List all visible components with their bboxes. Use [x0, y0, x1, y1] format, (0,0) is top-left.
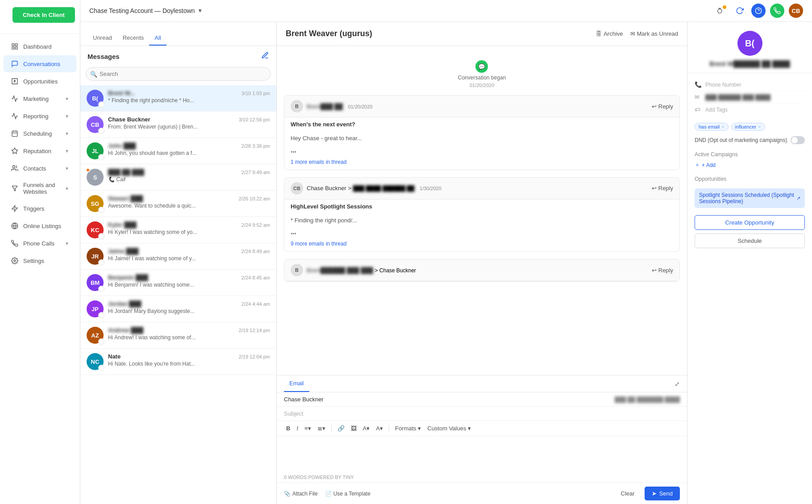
toolbar-ol[interactable]: ≣▾	[315, 424, 328, 433]
list-item[interactable]: JL ✉ John ███ 2/28 3:36 pm Hi John, you …	[80, 138, 276, 164]
account-dropdown-icon[interactable]: ▼	[197, 8, 203, 14]
list-item[interactable]: JP ✉ Jordan ███ 2/24 4:44 am Hi Jordan! …	[80, 296, 276, 322]
sidebar-item-scheduling[interactable]: Scheduling ▼	[4, 125, 76, 142]
add-campaign-button[interactable]: ＋ + Add	[695, 161, 805, 169]
toolbar-formats[interactable]: Formats ▾	[393, 424, 423, 433]
attach-file-button[interactable]: 📎 Attach File	[284, 491, 318, 497]
message-sender: Brent██████ ███ ███	[307, 267, 373, 274]
opportunities-label: Opportunities	[687, 172, 812, 184]
mark-unread-button[interactable]: ✉ Mark as Unread	[630, 30, 678, 37]
conv-time: 2/24 4:44 am	[242, 301, 270, 307]
tab-all[interactable]: All	[149, 31, 166, 46]
reply-button[interactable]: ↩ Reply	[652, 103, 673, 110]
thread-link[interactable]: 1 more emails in thread	[284, 157, 679, 170]
check-in-button[interactable]: Check In Client	[12, 7, 75, 23]
mark-unread-icon: ✉	[630, 30, 635, 37]
list-item[interactable]: B( ✉ Brent W... 3/10 1:03 pm * Finding t…	[80, 85, 276, 112]
conversation-title: Brent Weaver (ugurus)	[286, 29, 372, 38]
composer-from-name: Chase Buckner	[284, 396, 324, 403]
notifications-icon[interactable]	[714, 4, 728, 18]
archive-button[interactable]: 🗄 Archive	[596, 30, 623, 37]
search-input[interactable]	[86, 67, 271, 81]
tab-unread[interactable]: Unread	[87, 31, 117, 46]
sidebar-item-triggers[interactable]: Triggers	[4, 200, 76, 217]
composer-tab-email[interactable]: Email	[284, 375, 309, 392]
toolbar-italic[interactable]: I	[294, 424, 300, 433]
message-subject: HighLevel Spotlight Sessions	[284, 200, 679, 213]
composer-body[interactable]	[277, 436, 687, 472]
account-name: Chase Testing Account — Doylestown	[89, 7, 195, 14]
sidebar-item-dashboard[interactable]: Dashboard	[4, 38, 76, 55]
use-template-button[interactable]: 📄 Use a Template	[325, 491, 371, 497]
toolbar-image[interactable]: 🖼	[349, 424, 359, 433]
sidebar-item-opportunities-label: Opportunities	[23, 78, 58, 85]
email-detail-icon: ✉	[695, 94, 702, 100]
composer-expand-icon[interactable]: ⤢	[675, 380, 680, 387]
composer-toolbar: B I ≡▾ ≣▾ 🔗 🖼 A▾ A▾ Formats ▾ Custom Val…	[277, 421, 687, 436]
list-item[interactable]: SG ✉ Stewart ███ 2/26 10:22 am Awesome. …	[80, 191, 276, 217]
tag-remove-influencer[interactable]: ×	[758, 124, 761, 129]
sidebar-item-reporting[interactable]: Reporting ▼	[4, 108, 76, 125]
sidebar-item-phone-calls[interactable]: Phone Calls ▼	[4, 235, 76, 252]
dnd-toggle[interactable]	[791, 136, 805, 144]
message-date: 01/20/2020	[348, 104, 372, 109]
schedule-button[interactable]: Schedule	[695, 233, 805, 248]
conv-preview: 📞 Call	[108, 176, 270, 183]
sidebar-item-settings-label: Settings	[23, 258, 44, 264]
list-item[interactable]: JR ✉ Jaime ███ 2/24 8:49 am Hi Jaime! I …	[80, 243, 276, 270]
phone-calls-chevron: ▼	[65, 241, 69, 246]
clear-button[interactable]: Clear	[615, 487, 641, 500]
divider-date: 01/20/2020	[470, 83, 494, 88]
list-item[interactable]: BM ✉ Benjamin ███ 2/24 8:45 am Hi Benjam…	[80, 270, 276, 296]
list-item[interactable]: NC ✉ Nate 2/19 12:04 pm Hi Nate. Looks l…	[80, 349, 276, 375]
reply-icon: ↩	[652, 103, 657, 110]
opportunity-card[interactable]: Spotlight Sessions Scheduled (Spotlight …	[695, 188, 805, 208]
toolbar-link[interactable]: 🔗	[335, 424, 347, 433]
reputation-icon	[11, 147, 19, 155]
list-item[interactable]: KC ✉ Kyler ███ 2/24 9:52 am Hi Kyler! I …	[80, 217, 276, 243]
toolbar-bg-color[interactable]: A▾	[374, 424, 385, 433]
reply-icon: ↩	[652, 267, 657, 274]
message-block: B Brent██████ ███ ███ > Chase Buckner ↩ …	[284, 259, 680, 282]
sidebar-item-marketing[interactable]: Marketing ▼	[4, 90, 76, 107]
sidebar-item-contacts[interactable]: Contacts ▼	[4, 160, 76, 177]
phone-icon[interactable]	[770, 4, 784, 18]
toolbar-font-color[interactable]: A▾	[361, 424, 372, 433]
help-icon[interactable]	[751, 4, 766, 18]
list-item[interactable]: S ███ ██ ███ 2/27 9:49 am 📞 Call	[80, 164, 276, 191]
thread-divider: 💬 Conversation began 01/20/2020	[284, 60, 680, 88]
send-button[interactable]: ➤ Send	[645, 487, 680, 500]
contact-avatar: B(	[737, 31, 762, 56]
sidebar-item-funnels[interactable]: Funnels and Websites ▼	[4, 177, 76, 200]
toolbar-custom-values[interactable]: Custom Values ▾	[425, 424, 473, 433]
funnels-chevron: ▼	[65, 186, 69, 191]
conv-info: Chase Buckner 3/10 12:56 pm From: Brent …	[108, 116, 270, 130]
attach-label: Attach File	[292, 491, 318, 497]
sidebar-item-conversations[interactable]: Conversations	[4, 55, 76, 72]
messages-title: Messages	[87, 53, 120, 60]
sidebar-item-reputation[interactable]: Reputation ▼	[4, 142, 76, 159]
sidebar-item-online-listings-label: Online Listings	[23, 223, 61, 229]
toolbar-ul[interactable]: ≡▾	[302, 424, 313, 433]
tag-remove-has-email[interactable]: ×	[721, 124, 724, 129]
add-campaign-label: + Add	[702, 162, 716, 168]
email-channel-icon: ✉	[98, 101, 104, 108]
thread-link[interactable]: 9 more emails in thread	[284, 239, 679, 251]
composer-subject-input[interactable]	[284, 410, 680, 417]
toolbar-bold[interactable]: B	[284, 424, 292, 433]
user-avatar[interactable]: CB	[789, 4, 803, 18]
reply-button[interactable]: ↩ Reply	[652, 185, 673, 192]
refresh-icon[interactable]	[733, 4, 747, 18]
list-item[interactable]: AZ ✉ Andrew ███ 2/19 12:14 pm Hi Andrew!…	[80, 322, 276, 349]
reply-button[interactable]: ↩ Reply	[652, 267, 673, 274]
avatar: BM ✉	[87, 274, 104, 291]
sidebar-item-opportunities[interactable]: Opportunities	[4, 73, 76, 90]
create-opportunity-button[interactable]: Create Opportunity	[695, 215, 805, 230]
list-item[interactable]: CB ✉ Chase Buckner 3/10 12:56 pm From: B…	[80, 112, 276, 138]
email-channel-icon: ✉	[98, 286, 104, 292]
tab-recents[interactable]: Recents	[117, 31, 150, 46]
new-conversation-icon[interactable]	[261, 51, 269, 62]
conv-info: Jaime ███ 2/24 8:49 am Hi Jaime! I was w…	[108, 248, 270, 262]
sidebar-item-settings[interactable]: Settings	[4, 252, 76, 269]
sidebar-item-online-listings[interactable]: Online Listings	[4, 217, 76, 234]
